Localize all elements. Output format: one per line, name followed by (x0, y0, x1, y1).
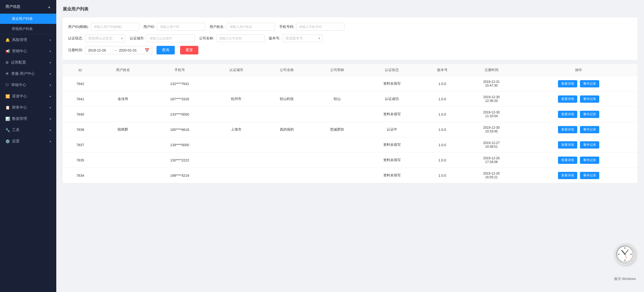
detail-button[interactable]: 查看详情 (558, 172, 577, 179)
sidebar-item-marketing[interactable]: 📢 营销中心 ▾ (0, 46, 56, 57)
sidebar-item-finance[interactable]: 📋 财务中心 ▾ (0, 102, 56, 113)
detail-button[interactable]: 查看详情 (558, 157, 577, 164)
table-row: 7837 139****0000 资料未填写 1.0.0 2019-12-27 … (63, 137, 638, 153)
sidebar-item-ye-user-list[interactable]: 展业用户列表 (0, 14, 56, 24)
cell-auth: 资料未填写 (362, 153, 421, 168)
user-id-input[interactable] (157, 23, 205, 31)
date-end-input[interactable] (119, 48, 143, 52)
detail-button[interactable]: 查看详情 (558, 126, 577, 133)
user-name-input[interactable] (227, 23, 275, 31)
date-separator: — (114, 48, 117, 52)
sidebar-user-info-label: 用户信息 (5, 4, 20, 9)
page-title: 展业用户列表 (63, 6, 638, 12)
table-header: ID 用户姓名 手机号 认证城市 公司名称 公司简称 认证状态 版本号 注册时间… (63, 64, 638, 76)
cell-id: 7838 (63, 122, 98, 137)
cell-company: 轻山科技 (262, 91, 312, 107)
sidebar-item-audit[interactable]: 🛡 审核中心 ▾ (0, 79, 56, 91)
cell-city: 杭州市 (211, 91, 262, 107)
clock-svg (616, 246, 634, 263)
detail-button[interactable]: 查看详情 (558, 111, 577, 118)
user-id-fuzzy-input[interactable] (91, 23, 139, 31)
version-label: 版本号: (269, 36, 280, 41)
event-button[interactable]: 事件记录 (580, 111, 599, 118)
bell-icon: 🔔 (5, 38, 10, 42)
cell-version: 1.0.0 (421, 168, 463, 183)
cell-auth: 认证成功 (362, 91, 421, 107)
channel-icon: 🔀 (5, 94, 10, 98)
cell-phone: 132****7641 (148, 76, 211, 91)
version-select-wrapper: 请选版本号 1.0.0 (282, 34, 323, 42)
table-row: 7834 198****4219 资料未填写 1.0.0 2019-12-26 … (63, 168, 638, 183)
sidebar-item-risk-mgmt[interactable]: 🔔 风险管理 ▾ (0, 34, 56, 46)
version-select[interactable]: 请选版本号 1.0.0 (282, 34, 323, 42)
cell-phone: 187****3326 (148, 91, 211, 107)
chevron-icon2: ▾ (50, 50, 51, 53)
company-name-input[interactable] (216, 34, 265, 42)
calendar-icon[interactable]: 📅 (145, 48, 149, 52)
sidebar-item-ops-config[interactable]: ⚙ 运营配置 ▾ (0, 57, 56, 68)
cell-reg-time: 2019-12-26 16:55:21 (463, 168, 520, 183)
sidebar-item-dai-user-list[interactable]: 带我用户列表 (0, 24, 56, 34)
auth-status-label: 认证状态: (68, 36, 83, 41)
reset-button[interactable]: 重置 (180, 46, 198, 54)
auth-status-select[interactable]: 请选择认证状态 认证成功 认证中 资料未填写 (85, 34, 125, 42)
chevron-icon3: ▾ (50, 61, 51, 64)
cell-action: 查看详情 事件记录 (520, 168, 638, 183)
detail-button[interactable]: 查看详情 (558, 80, 577, 87)
cell-company (262, 76, 312, 91)
sidebar-collapse-icon[interactable]: ▲ (47, 5, 51, 9)
cell-short (312, 76, 362, 91)
col-city: 认证城市 (211, 64, 262, 76)
filter-item-auth-city: 认证城市: (130, 34, 195, 42)
sidebar-header: 用户信息 ▲ (0, 0, 56, 14)
cell-phone: 139****0000 (148, 137, 211, 153)
cell-action: 查看详情 事件记录 (520, 137, 638, 153)
date-start-input[interactable] (88, 48, 112, 52)
cell-version: 1.0.0 (421, 153, 463, 168)
cell-reg-time: 2019-12-26 17:34:08 (463, 153, 520, 168)
col-version: 版本号 (421, 64, 463, 76)
phone-input[interactable] (296, 23, 344, 31)
auth-city-input[interactable] (147, 34, 195, 42)
cell-company: 真的假的 (262, 122, 312, 137)
cell-short: 想减肥你 (312, 122, 362, 137)
event-button[interactable]: 事件记录 (580, 157, 599, 164)
cell-version: 1.0.0 (421, 91, 463, 107)
tools-icon: 🔧 (5, 128, 10, 132)
sidebar-item-settings[interactable]: ⚙️ 设置 ▾ (0, 136, 56, 147)
cell-action: 查看详情 事件记录 (520, 122, 638, 137)
sidebar-item-data-mgmt[interactable]: 📊 数据管理 ▾ (0, 113, 56, 124)
filter-item-company-name: 公司名称: (199, 34, 265, 42)
event-button[interactable]: 事件记录 (580, 80, 599, 87)
detail-button[interactable]: 查看详情 (558, 141, 577, 149)
event-button[interactable]: 事件记录 (580, 95, 599, 103)
user-table: ID 用户姓名 手机号 认证城市 公司名称 公司简称 认证状态 版本号 注册时间… (63, 64, 638, 183)
sidebar-item-tools[interactable]: 🔧 工具 ▾ (0, 124, 56, 136)
windows-activate: 激活 Windows (614, 276, 636, 281)
filter-item-version: 版本号: 请选版本号 1.0.0 (269, 34, 323, 42)
col-id: ID (63, 64, 98, 76)
sidebar-item-customer-svc[interactable]: 👁 查服·用户中心 ▾ (0, 68, 56, 79)
event-button[interactable]: 事件记录 (580, 172, 599, 179)
event-button[interactable]: 事件记录 (580, 141, 599, 149)
search-button[interactable]: 查询 (157, 46, 175, 54)
event-button[interactable]: 事件记录 (580, 126, 599, 133)
cell-city (211, 168, 262, 183)
cell-name (98, 168, 148, 183)
chevron-icon7: ▾ (50, 106, 51, 109)
cell-reg-time: 2019-12-30 10:33:45 (463, 122, 520, 137)
cell-name (98, 76, 148, 91)
user-id-label: 用户ID: (143, 24, 155, 29)
auth-status-select-wrapper: 请选择认证状态 认证成功 认证中 资料未填写 (85, 34, 125, 42)
sidebar-item-channel[interactable]: 🔀 渠道中心 ▾ (0, 91, 56, 102)
chevron-icon5: ▾ (50, 84, 51, 87)
chevron-icon4: ▾ (50, 72, 51, 75)
settings-icon: ⚙️ (5, 139, 10, 143)
cell-name: 金佳伟 (98, 91, 148, 107)
cell-city (211, 76, 262, 91)
cell-reg-time: 2019-12-27 10:38:51 (463, 137, 520, 153)
detail-button[interactable]: 查看详情 (558, 95, 577, 103)
filter-card: 用户ID(模糊): 用户ID: 用户姓名: 手机号码: (63, 17, 638, 60)
cell-auth: 资料未填写 (362, 168, 421, 183)
cell-short (312, 107, 362, 122)
